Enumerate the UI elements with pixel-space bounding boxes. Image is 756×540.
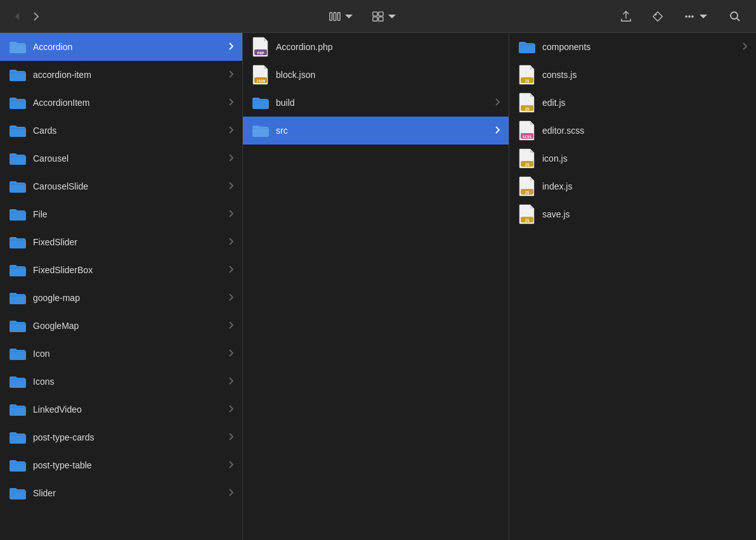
svg-rect-0 [330,12,332,20]
folder-icon [9,179,27,193]
forward-button[interactable] [29,9,43,24]
svg-text:SCSS: SCSS [523,134,532,139]
file-icon-js: JS [518,64,536,86]
list-item-consts-js[interactable]: JS consts.js [509,61,756,89]
folder-icon [9,291,27,305]
file-icon-js: JS [518,148,536,169]
list-item-icon-js[interactable]: JS icon.js [509,145,756,172]
list-item-accordion-item[interactable]: accordion-item [0,61,242,89]
svg-rect-1 [334,12,336,20]
folder-icon [252,96,270,110]
svg-rect-6 [379,16,383,20]
file-icon-js: JS [518,176,536,197]
item-label: LinkedVideo [33,404,223,415]
list-item-file[interactable]: File [0,200,242,228]
list-item-icon[interactable]: Icon [0,340,242,368]
folder-icon [518,40,536,54]
list-item-fixedslider[interactable]: FixedSlider [0,228,242,256]
item-label: FixedSlider [33,237,223,247]
share-button[interactable] [615,7,637,26]
content-area: Accordion accordion-item AccordionItem C… [0,33,756,540]
list-item-carousel[interactable]: Carousel [0,145,242,172]
chevron-right-icon [229,70,233,80]
item-label: block.json [276,70,500,80]
chevron-right-icon [229,489,233,498]
more-button[interactable] [679,7,714,26]
item-label: src [276,125,489,136]
item-label: Slider [33,488,223,498]
item-label: Accordion [33,42,223,52]
list-item-post-type-cards[interactable]: post-type-cards [0,423,242,451]
folder-icon [252,124,270,138]
list-item-slider[interactable]: Slider [0,479,242,507]
item-label: edit.js [542,98,747,108]
list-item-save-js[interactable]: JS save.js [509,200,756,228]
list-item-block-json[interactable]: JSON block.json [243,61,509,89]
list-item-build[interactable]: build [243,89,509,117]
folder-icon [9,402,27,416]
chevron-right-icon [743,42,747,52]
svg-text:JS: JS [525,218,530,222]
chevron-right-icon [229,377,233,387]
folder-icon [9,319,27,333]
item-label: Icons [33,376,223,387]
folder-icon [9,207,27,221]
list-item-linkedvideo[interactable]: LinkedVideo [0,395,242,423]
svg-rect-5 [373,16,377,20]
list-item-cards[interactable]: Cards [0,117,242,145]
item-label: Icon [33,349,223,359]
chevron-right-icon [229,405,233,415]
chevron-right-icon [495,126,500,136]
item-label: editor.scss [542,125,747,136]
svg-point-10 [692,15,693,16]
tag-button[interactable] [647,7,668,26]
svg-text:JSON: JSON [256,79,266,83]
list-item-carouselslide[interactable]: CarouselSlide [0,172,242,200]
item-label: save.js [542,209,747,219]
list-item-accordionitem[interactable]: AccordionItem [0,89,242,117]
item-label: post-type-table [33,460,223,470]
folder-icon [9,263,27,277]
list-item-components[interactable]: components [509,33,756,61]
list-item-icons[interactable]: Icons [0,368,242,395]
item-label: Accordion.php [276,42,500,52]
list-item-index-js[interactable]: JS index.js [509,172,756,200]
list-item-post-type-table[interactable]: post-type-table [0,451,242,479]
svg-text:JS: JS [525,106,530,111]
chevron-right-icon [229,126,233,136]
svg-point-11 [731,12,738,19]
svg-point-8 [686,15,687,16]
svg-rect-3 [373,11,377,15]
item-label: CarouselSlide [33,181,223,191]
list-item-edit-js[interactable]: JS edit.js [509,89,756,117]
chevron-right-icon [229,293,233,303]
toolbar [0,0,756,33]
folder-icon [9,430,27,444]
item-label: Cards [33,125,223,136]
folder-icon [9,458,27,472]
chevron-right-icon [229,42,233,52]
file-icon-js: JS [518,92,536,113]
search-button[interactable] [724,7,746,26]
list-item-google-map[interactable]: google-map [0,284,242,312]
chevron-right-icon [229,238,233,247]
grid-view-button[interactable] [367,7,403,26]
columns-view-button[interactable] [324,7,360,26]
list-item-googlemap[interactable]: GoogleMap [0,312,242,340]
back-button[interactable] [10,9,24,24]
chevron-right-icon [229,321,233,331]
folder-icon [9,486,27,500]
list-item-src[interactable]: src [243,117,509,145]
item-label: google-map [33,293,223,303]
folder-icon [9,68,27,82]
folder-icon [9,151,27,165]
file-icon-json: JSON [252,64,270,86]
list-item-fixedsliderbox[interactable]: FixedSliderBox [0,256,242,284]
list-item-accordion[interactable]: Accordion [0,33,242,61]
mid-pane: PHP Accordion.php JSON block.json build … [243,33,509,540]
list-item-accordion-php[interactable]: PHP Accordion.php [243,33,509,61]
item-label: Carousel [33,153,223,164]
list-item-editor-scss[interactable]: SCSS editor.scss [509,117,756,145]
folder-icon [9,235,27,249]
file-icon-js: JS [518,203,536,225]
